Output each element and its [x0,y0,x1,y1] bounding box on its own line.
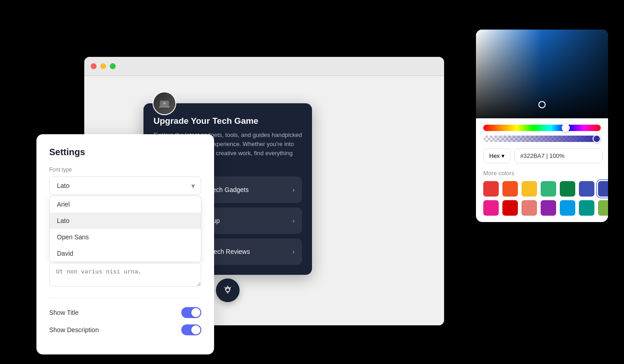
settings-textarea[interactable] [49,263,201,287]
font-select-wrapper: Lato ▾ [49,177,201,195]
color-picker-controls: Hex ▾ More colors [476,118,608,222]
reviews-chevron-icon: › [292,248,295,255]
hex-format-button[interactable]: Hex ▾ [483,148,511,163]
lightbulb-icon [223,285,233,295]
font-dropdown: Ariel Lato Open Sans David [49,196,201,262]
swatch-teal[interactable] [579,200,594,216]
color-gradient[interactable] [476,30,608,118]
swatch-indigo[interactable] [579,181,594,197]
svg-rect-1 [159,106,170,107]
swatch-red[interactable] [483,181,499,197]
shop-chevron-icon: › [292,186,295,193]
show-description-thumb [191,325,200,334]
show-title-label: Show Title [49,309,79,316]
show-description-toggle[interactable] [181,324,201,335]
settings-divider [49,298,201,298]
hex-row: Hex ▾ [483,148,601,163]
hue-slider[interactable] [483,125,601,131]
textarea-wrapper [49,263,201,288]
show-description-row: Show Description [49,324,201,335]
font-option-ariel[interactable]: Ariel [50,196,201,212]
card-title: Upgrade Your Tech Game [153,116,302,126]
alpha-slider[interactable] [483,136,601,142]
more-colors-label: More colors [483,170,601,177]
show-description-label: Show Description [49,326,99,334]
swatch-bright-red[interactable] [502,200,518,216]
font-option-david[interactable]: David [50,245,201,262]
swatch-lime[interactable] [598,200,608,216]
maximize-button[interactable] [110,63,116,69]
color-picker-panel: Hex ▾ More colors [476,30,608,222]
setup-chevron-icon: › [292,217,295,224]
font-option-opensans[interactable]: Open Sans [50,229,201,245]
swatch-green[interactable] [541,181,556,197]
settings-title: Settings [49,147,201,157]
font-type-label: Font type [49,167,201,173]
hex-format-chevron-icon: ▾ [501,152,505,159]
swatch-salmon[interactable] [522,200,537,216]
swatch-row-2 [483,200,601,216]
svg-line-13 [225,287,225,288]
swatch-pink[interactable] [483,200,499,216]
font-select[interactable]: Lato [49,177,201,195]
minimize-button[interactable] [100,63,106,69]
show-title-toggle[interactable] [181,307,201,318]
swatch-blue-active[interactable] [598,181,608,197]
lightbulb-button[interactable] [216,278,240,302]
channel-avatar [153,91,176,115]
hue-thumb [562,124,570,132]
alpha-thumb [593,135,601,143]
titlebar [84,57,444,76]
font-option-lato[interactable]: Lato [50,212,201,229]
settings-panel: Settings Font type Lato ▾ Ariel Lato Ope… [36,134,214,354]
close-button[interactable] [91,63,97,69]
show-title-thumb [191,308,200,317]
swatch-purple[interactable] [541,200,556,216]
svg-point-2 [163,102,166,105]
swatch-dark-green[interactable] [560,181,575,197]
swatch-yellow[interactable] [522,181,537,197]
show-title-row: Show Title [49,307,201,318]
swatch-row-1 [483,181,601,197]
laptop-icon [158,97,171,110]
hex-value-input[interactable] [514,148,603,163]
swatch-sky-blue[interactable] [560,200,575,216]
swatch-orange[interactable] [502,181,518,197]
alpha-overlay [483,136,601,142]
color-swatches [483,181,601,216]
hex-format-label: Hex [489,152,500,159]
gradient-cursor [538,101,546,108]
svg-line-14 [230,287,231,288]
